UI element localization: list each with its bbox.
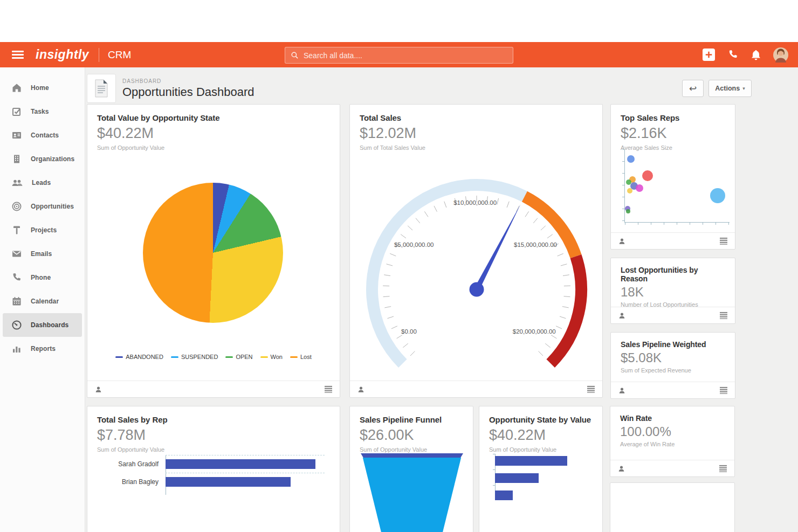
global-search[interactable] [285,47,513,64]
phone-call-icon[interactable] [727,49,739,60]
bubble-point [710,188,725,203]
legend-swatch [171,356,178,358]
appbar-divider [99,48,99,62]
bar-row: Brian Bagley [87,473,330,490]
organizations-icon [11,154,22,164]
card-lost-opportunities-by-reason: Lost Opportunities by Reason 18K Number … [610,258,735,324]
bar [166,459,315,469]
card-partial [610,482,735,532]
legend-swatch [225,356,233,358]
card-subtitle: Sum of Opportunity Value [489,446,593,453]
projects-icon [11,225,22,236]
card-title: Lost Opportunities by Reason [621,266,725,283]
sidebar-item-opportunities[interactable]: Opportunities [3,195,82,218]
page-header: DASHBOARD Opportunities Dashboard ↩ Acti… [87,73,752,104]
card-total-value-by-opportunity-state: Total Value by Opportunity State $40.22M… [87,104,340,398]
hamburger-menu-icon[interactable] [12,49,24,60]
bubble-chart [624,149,730,223]
back-arrow-icon: ↩ [689,83,697,94]
funnel-segment [361,458,463,532]
legend-swatch [290,356,298,358]
back-button[interactable]: ↩ [682,80,704,97]
tasks-icon [11,106,22,117]
bar-label: Brian Bagley [87,478,159,486]
bar [495,456,567,466]
actions-button[interactable]: Actions ▾ [708,80,752,97]
card-subtitle: Sum of Opportunity Value [97,446,330,453]
person-icon[interactable] [618,237,626,245]
person-icon[interactable] [357,385,365,393]
card-title: Top Sales Reps [621,113,725,122]
card-value: 18K [621,285,725,300]
legend-swatch [115,356,123,358]
person-icon[interactable] [617,465,625,473]
page-top-margin [0,0,798,42]
list-icon[interactable] [719,386,728,394]
search-icon [291,51,299,59]
sidebar-item-contacts[interactable]: Contacts [3,123,82,147]
card-footer [87,381,340,397]
state-bar-chart [495,455,597,507]
quick-add-icon[interactable] [702,48,716,61]
sidebar-item-calendar[interactable]: Calendar [3,289,82,313]
sidebar-item-leads[interactable]: Leads [3,171,82,195]
funnel-segment [361,453,463,458]
bubble-point [636,184,643,192]
list-icon[interactable] [719,312,728,319]
card-win-rate: Win Rate 100.00% Average of Win Rate [610,406,735,477]
bar [495,490,513,500]
card-value: $12.02M [360,125,593,142]
card-title: Total Sales by Rep [97,415,330,424]
card-subtitle: Sum of Total Sales Value [360,144,593,151]
legend-swatch [260,356,268,358]
card-title: Sales Pipeline Weighted [621,340,725,349]
card-value: $7.78M [97,427,330,444]
sidebar-item-projects[interactable]: Projects [3,218,82,242]
emails-icon [11,248,22,259]
card-value: $2.16K [621,125,725,142]
pie-legend: ABANDONED SUSPENDED OPEN Won Lost [87,354,340,360]
list-icon[interactable] [587,385,595,393]
page-title: Opportunities Dashboard [122,85,254,99]
card-title: Total Sales [360,113,593,122]
card-sales-pipeline-funnel: Sales Pipeline Funnel $26.00K Sum of Opp… [349,406,473,532]
list-icon[interactable] [719,465,727,472]
funnel-chart [361,453,463,532]
sidebar-item-emails[interactable]: Emails [3,242,82,266]
card-footer [610,460,734,476]
person-icon[interactable] [94,385,102,393]
card-value: $5.08K [621,350,725,365]
chevron-down-icon: ▾ [742,86,745,91]
card-total-sales-by-rep: Total Sales by Rep $7.78M Sum of Opportu… [87,406,340,532]
sidebar-item-reports[interactable]: Reports [3,337,82,361]
sidebar-item-dashboards[interactable]: Dashboards [3,313,82,337]
sidebar-item-organizations[interactable]: Organizations [3,147,82,171]
bar-label: Sarah Gradolf [87,460,159,468]
card-sales-pipeline-weighted: Sales Pipeline Weighted $5.08K Sum of Ex… [610,332,735,399]
dashboards-icon [11,320,22,330]
user-avatar[interactable] [773,47,788,63]
list-icon[interactable] [719,237,728,245]
svg-text:$10,000,000.00: $10,000,000.00 [453,199,497,206]
home-icon [11,82,22,93]
sidebar-item-tasks[interactable]: Tasks [3,100,82,123]
legend-item: Lost [290,354,312,360]
sidebar-nav: Home Tasks Contacts Organizations Leads … [0,67,85,532]
calendar-icon [11,296,22,307]
sidebar-item-home[interactable]: Home [3,76,82,100]
appbar-actions [702,42,788,67]
bubble-point [627,155,635,163]
card-value: $40.22M [489,427,593,444]
leads-icon [11,177,23,188]
bar [495,473,539,483]
opportunities-icon [11,201,22,212]
list-icon[interactable] [324,385,333,393]
person-icon[interactable] [618,386,626,395]
svg-text:$20,000,000.00: $20,000,000.00 [513,328,556,335]
sidebar-item-phone[interactable]: Phone [3,266,82,289]
person-icon[interactable] [618,312,626,320]
search-input[interactable] [302,51,513,60]
app-bar: insightly CRM [0,42,798,67]
notifications-bell-icon[interactable] [751,49,761,61]
card-total-sales: Total Sales $12.02M Sum of Total Sales V… [349,104,603,398]
